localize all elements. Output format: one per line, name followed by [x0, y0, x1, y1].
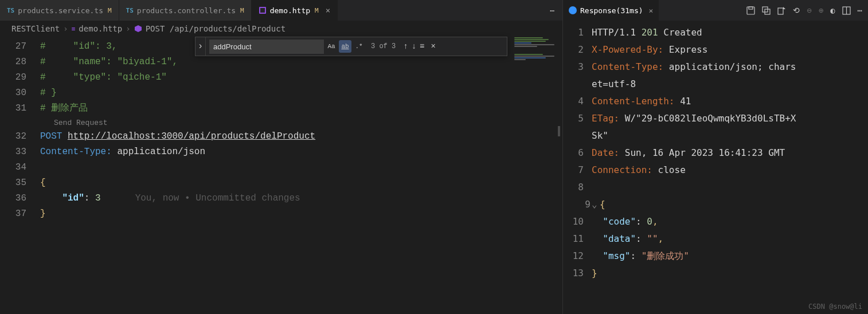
minimap[interactable] — [511, 37, 562, 314]
refresh-icon[interactable]: ⟲ — [793, 6, 800, 15]
more-icon[interactable]: ⋯ — [858, 6, 862, 15]
find-in-selection-icon[interactable]: ≡ — [420, 42, 424, 51]
find-next-icon[interactable]: ↓ — [412, 42, 416, 51]
modified-dot: M — [315, 7, 319, 14]
response-tabs: Response(31ms) × ⟲ ⊖ ⊕ ◐ ⋯ — [563, 0, 868, 21]
svg-rect-4 — [749, 7, 753, 9]
modified-dot: M — [108, 7, 112, 14]
breadcrumb-file[interactable]: demo.http — [79, 24, 122, 33]
close-icon[interactable]: × — [649, 6, 654, 15]
code-line: # "id": 3, — [40, 39, 117, 54]
code-line: } — [40, 206, 46, 222]
tab-label: demo.http — [270, 6, 310, 15]
tab-label: products.controller.ts — [137, 6, 236, 15]
svg-rect-3 — [747, 7, 754, 14]
editor-tabs: TS products.service.ts M TS products.con… — [0, 0, 562, 21]
modified-dot: M — [240, 7, 244, 14]
tab-demo-http[interactable]: demo.http M × — [252, 0, 338, 21]
copy-icon[interactable] — [762, 6, 771, 15]
http-icon — [259, 6, 267, 14]
code-line: "id": 3You, now • Uncommitted changes — [40, 191, 300, 206]
breadcrumb[interactable]: RESTClient › ≡ demo.http › POST /api/pro… — [0, 21, 562, 37]
regex-icon[interactable]: .* — [353, 40, 365, 53]
tab-response[interactable]: Response(31ms) × — [563, 0, 659, 21]
ts-icon: TS — [7, 7, 14, 14]
symbol-icon — [134, 25, 142, 33]
send-request-codelens[interactable]: Send Request — [0, 116, 562, 129]
http-header-line: Content-Type: application/json — [40, 144, 205, 160]
tab-label: Response(31ms) — [580, 6, 643, 15]
ts-icon: TS — [126, 7, 134, 14]
code-line: { — [40, 175, 46, 191]
expand-icon[interactable]: ◐ — [830, 6, 835, 15]
match-case-icon[interactable]: Aa — [325, 40, 338, 53]
chevron-right-icon: › — [63, 24, 68, 33]
file-icon: ≡ — [72, 25, 76, 33]
breadcrumb-symbol[interactable]: POST /api/products/delProduct — [146, 24, 286, 33]
svg-marker-2 — [135, 25, 142, 32]
more-icon[interactable]: ⋯ — [550, 6, 554, 15]
code-line: # "type": "qiche-1" — [40, 70, 167, 85]
response-editor[interactable]: 1HTTP/1.1 201 Created2X-Powered-By: Expr… — [563, 21, 868, 314]
code-editor[interactable]: › Aa ab .* 3 of 3 ↑ ↓ ≡ × 27# "id": 3, 2… — [0, 37, 562, 314]
find-prev-icon[interactable]: ↑ — [403, 42, 408, 51]
code-line: # 删除产品 — [40, 101, 88, 116]
chevron-right-icon: › — [126, 24, 130, 33]
watermark: CSDN @snow@li — [808, 303, 862, 311]
svg-rect-7 — [778, 8, 783, 14]
export-icon[interactable] — [777, 6, 786, 15]
find-count: 3 of 3 — [371, 42, 396, 50]
fold-icon[interactable]: ⊖ — [807, 6, 811, 15]
tab-label: products.service.ts — [18, 6, 103, 15]
tab-products-controller[interactable]: TS products.controller.ts M — [119, 0, 252, 21]
whole-word-icon[interactable]: ab — [339, 40, 351, 53]
split-icon[interactable] — [842, 6, 851, 15]
git-blame-inline: You, now • Uncommitted changes — [135, 193, 300, 203]
find-widget: › Aa ab .* 3 of 3 ↑ ↓ ≡ × — [195, 37, 507, 56]
code-line: # } — [40, 85, 57, 101]
response-icon — [569, 6, 577, 14]
find-close-icon[interactable]: × — [431, 42, 435, 51]
http-request-line: POST http://localhost:3000/api/products/… — [40, 129, 315, 144]
find-toggle-replace[interactable]: › — [196, 37, 206, 56]
save-icon[interactable] — [746, 6, 755, 15]
tab-products-service[interactable]: TS products.service.ts M — [0, 0, 119, 21]
close-icon[interactable]: × — [326, 6, 330, 15]
unfold-icon[interactable]: ⊕ — [819, 6, 823, 15]
find-input[interactable] — [209, 40, 324, 54]
breadcrumb-root[interactable]: RESTClient — [11, 24, 60, 33]
code-line: # "name": "biyadi-1", — [40, 54, 178, 70]
svg-rect-1 — [260, 8, 265, 13]
